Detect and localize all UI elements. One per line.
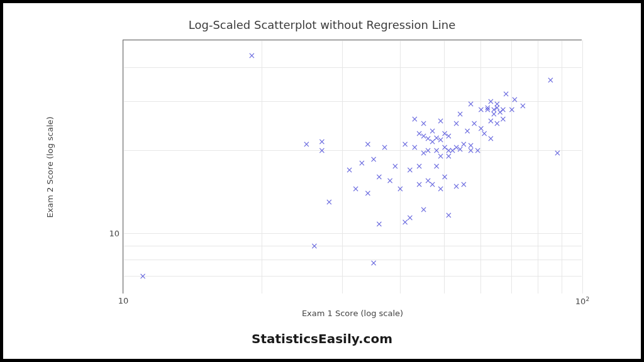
grid-line (444, 40, 445, 293)
scatter-point: × (406, 214, 413, 221)
scatter-point: × (496, 109, 502, 115)
scatter-point: × (425, 177, 431, 184)
scatter-point: × (464, 128, 470, 134)
scatter-point: × (433, 163, 439, 169)
figure-frame: Log-Scaled Scatterplot without Regressio… (0, 0, 644, 362)
grid-line (123, 101, 582, 102)
scatter-point: × (433, 134, 439, 141)
grid-line (123, 67, 582, 68)
footer-brand: StatisticsEasily.com (3, 331, 641, 346)
scatter-point: × (484, 106, 490, 112)
scatter-point: × (386, 177, 392, 184)
scatter-point: × (453, 183, 459, 189)
scatter-point: × (352, 185, 358, 192)
scatter-point: × (445, 153, 452, 159)
scatter-point: × (370, 156, 376, 162)
grid-line (123, 40, 582, 41)
grid-line (123, 276, 582, 277)
scatter-point: × (425, 135, 431, 141)
scatter-point: × (493, 104, 499, 111)
scatter-point: × (416, 130, 422, 136)
scatter-point: × (437, 118, 443, 124)
scatter-point: × (457, 146, 463, 152)
scatter-point: × (420, 133, 426, 139)
grid-line (123, 40, 124, 293)
scatter-point: × (429, 138, 435, 145)
scatter-point: × (445, 133, 452, 139)
scatter-point: × (487, 135, 494, 141)
scatter-point: × (411, 144, 417, 150)
scatter-point: × (437, 153, 443, 159)
scatter-point: × (303, 141, 309, 147)
scatter-point: × (406, 167, 413, 173)
scatter-point: × (499, 116, 506, 122)
scatter-point: × (499, 106, 506, 112)
scatter-point: × (318, 138, 325, 145)
scatter-point: × (391, 163, 397, 169)
scatter-point: × (416, 181, 422, 187)
scatter-point: × (420, 150, 426, 156)
scatter-point: × (519, 102, 526, 109)
scatter-point: × (381, 144, 387, 150)
grid-line (480, 40, 481, 293)
scatter-point: × (420, 206, 426, 212)
scatter-point: × (547, 77, 553, 83)
grid-line (582, 40, 583, 293)
scatter-point: × (411, 116, 417, 122)
scatter-point: × (420, 120, 426, 126)
plot-area: Exam 1 Score (log scale) Exam 2 Score (l… (123, 40, 582, 293)
y-tick-label: 10 (109, 228, 119, 238)
scatter-point: × (460, 141, 466, 147)
grid-line (123, 150, 582, 151)
chart-title: Log-Scaled Scatterplot without Regressio… (3, 18, 641, 31)
scatter-point: × (346, 167, 352, 173)
scatter-point: × (487, 118, 494, 124)
scatter-point: × (437, 185, 443, 192)
scatter-point: × (460, 181, 466, 187)
scatter-point: × (364, 190, 370, 196)
scatter-point: × (358, 160, 365, 166)
scatter-point: × (453, 120, 459, 126)
y-axis-label: Exam 2 Score (log scale) (45, 116, 55, 217)
scatter-point: × (437, 136, 443, 143)
scatter-point: × (248, 52, 254, 58)
scatter-point: × (401, 141, 408, 147)
scatter-point: × (467, 142, 474, 148)
scatter-point: × (370, 260, 376, 266)
scatter-point: × (429, 181, 435, 187)
grid-line (123, 233, 582, 234)
scatter-point: × (457, 111, 463, 117)
scatter-point: × (453, 144, 459, 150)
grid-line (538, 40, 538, 293)
scatter-point: × (493, 120, 499, 126)
scatter-point: × (325, 199, 331, 205)
scatter-point: × (364, 141, 370, 147)
x-tick-label: 102 (575, 296, 589, 306)
scatter-point: × (553, 150, 560, 156)
x-axis-label: Exam 1 Score (log scale) (302, 309, 403, 318)
scatter-point: × (491, 106, 497, 112)
grid-line (562, 40, 562, 293)
scatter-point: × (375, 221, 382, 227)
scatter-point: × (375, 173, 382, 180)
scatter-point: × (416, 163, 422, 169)
grid-line (511, 40, 512, 293)
grid-line (342, 40, 343, 293)
grid-line (123, 246, 582, 246)
scatter-point: × (480, 130, 487, 136)
scatter-point: × (445, 212, 452, 218)
scatter-point: × (429, 128, 435, 134)
grid-line (400, 40, 401, 293)
grid-line (123, 260, 582, 260)
scatter-point: × (491, 111, 497, 117)
x-tick-label: 10 (118, 296, 129, 305)
scatter-point: × (484, 104, 490, 111)
scatter-point: × (502, 90, 509, 97)
scatter-point: × (401, 219, 408, 225)
scatter-point: × (470, 120, 477, 126)
grid-line (262, 40, 262, 293)
